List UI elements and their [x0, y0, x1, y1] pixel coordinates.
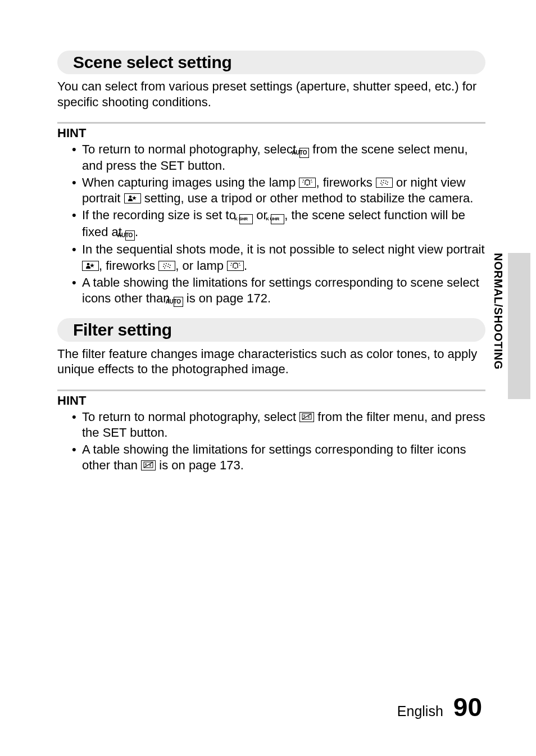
lamp-icon: [299, 178, 316, 188]
section-heading-scene: Scene select setting: [57, 51, 485, 74]
footer-language: English: [397, 703, 443, 719]
text: A table showing the limitations for sett…: [82, 275, 479, 305]
svg-point-12: [381, 184, 383, 185]
svg-point-4: [381, 180, 382, 182]
no-filter-icon: [299, 412, 314, 422]
auto-icon: AUTO: [299, 148, 309, 158]
svg-point-19: [163, 266, 164, 267]
svg-line-3: [311, 180, 312, 180]
list-item: •A table showing the limitations for set…: [72, 275, 485, 307]
scene-hint-list: •To return to normal photography, select…: [57, 142, 485, 307]
section-title: Filter setting: [73, 320, 172, 339]
hint-label: HINT: [57, 126, 485, 141]
footer-page-number: 90: [453, 692, 482, 722]
list-item: •If the recording size is set to K SHR o…: [72, 207, 485, 241]
text: , fireworks: [316, 175, 375, 189]
svg-point-8: [380, 183, 381, 184]
list-item: •To return to normal photography, select…: [72, 142, 485, 174]
lamp-icon: [227, 261, 244, 271]
svg-point-16: [166, 263, 167, 264]
svg-point-5: [383, 180, 384, 181]
page: Scene select setting You can select from…: [0, 0, 536, 756]
uhr-icon: K UHR: [271, 214, 284, 224]
svg-point-23: [164, 268, 165, 269]
text: To return to normal photography, select: [82, 142, 299, 156]
text: To return to normal photography, select: [82, 410, 299, 424]
auto-icon: AUTO: [125, 230, 135, 241]
auto-icon: AUTO: [174, 297, 183, 307]
night-portrait-icon: [124, 193, 141, 203]
fireworks-icon: [376, 178, 393, 188]
filter-hint-list: •To return to normal photography, select…: [57, 409, 485, 474]
text: .: [244, 259, 247, 273]
text: , or lamp: [175, 259, 227, 273]
shr-icon: K SHR: [239, 214, 253, 224]
svg-point-9: [383, 182, 384, 183]
side-tab: NORMAL/SHOOTING: [491, 253, 508, 399]
text: In the sequential shots mode, it is not …: [82, 242, 485, 256]
text: When capturing images using the lamp: [82, 175, 299, 189]
svg-point-21: [167, 266, 169, 267]
list-item: •When capturing images using the lamp , …: [72, 175, 485, 206]
svg-point-11: [387, 184, 388, 185]
svg-point-17: [168, 264, 169, 265]
page-footer: English 90: [397, 692, 482, 722]
divider: [57, 390, 485, 391]
svg-point-6: [385, 180, 387, 182]
text: is on page 172.: [183, 291, 271, 305]
svg-point-10: [385, 183, 386, 184]
list-item: •In the sequential shots mode, it is not…: [72, 242, 485, 273]
svg-line-26: [231, 263, 232, 264]
fireworks-icon: [158, 261, 175, 271]
text: setting, use a tripod or other method to…: [141, 191, 474, 205]
svg-line-2: [303, 180, 304, 180]
side-tab-bar: [508, 253, 530, 399]
text: .: [135, 225, 138, 239]
svg-point-7: [387, 182, 388, 183]
svg-point-20: [165, 265, 166, 266]
svg-point-18: [170, 265, 171, 266]
text: is on page 173.: [156, 458, 244, 472]
svg-point-22: [169, 267, 170, 268]
hint-label: HINT: [57, 393, 485, 408]
svg-line-27: [239, 263, 240, 264]
section-heading-filter: Filter setting: [57, 318, 485, 342]
list-item: •A table showing the limitations for set…: [72, 442, 485, 473]
svg-point-14: [87, 262, 90, 265]
text: , fireworks: [99, 259, 158, 273]
list-item: •To return to normal photography, select…: [72, 409, 485, 441]
side-tab-label: NORMAL/SHOOTING: [492, 253, 505, 370]
divider: [57, 122, 485, 124]
scene-body: You can select from various preset setti…: [57, 79, 485, 110]
no-filter-icon: [141, 460, 156, 470]
filter-body: The filter feature changes image charact…: [57, 346, 485, 377]
text: A table showing the limitations for sett…: [82, 442, 466, 472]
text: If the recording size is set to: [82, 208, 239, 222]
svg-point-13: [129, 196, 131, 198]
night-portrait-icon: [82, 261, 99, 271]
svg-point-15: [163, 264, 165, 265]
section-title: Scene select setting: [73, 53, 231, 71]
